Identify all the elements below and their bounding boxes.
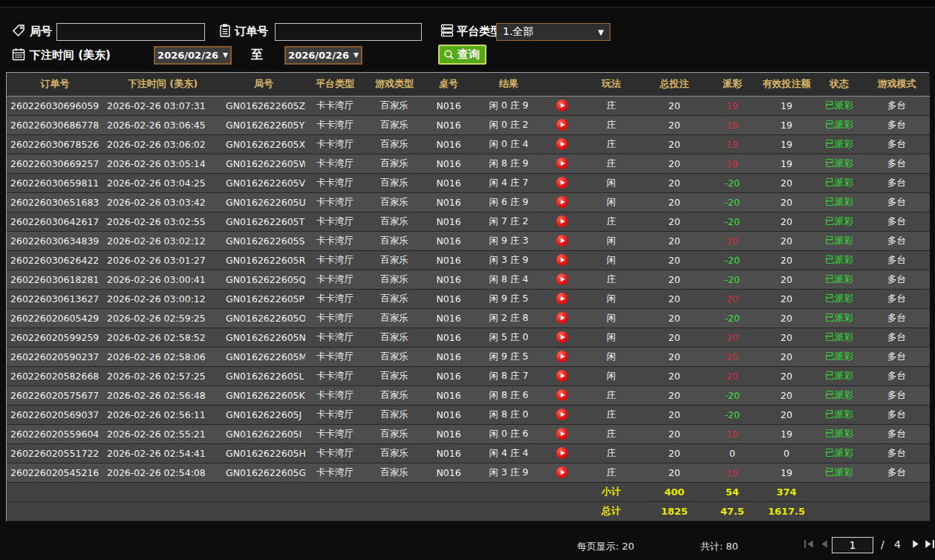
date-to-picker[interactable]: 2026/02/26 ▼ <box>284 46 362 65</box>
cell-status: 已派彩 <box>815 385 864 405</box>
bet-records-table: 订单号下注时间 (美东)局号平台类型游戏类型桌号结果玩法总投注派彩有效投注额状态… <box>6 72 929 521</box>
cell-valid: 20 <box>758 250 815 270</box>
cell-result: 闲 0 庄 4 <box>473 134 544 154</box>
cell-game: GN0162622605W <box>222 154 305 173</box>
cell-payout: -20 <box>706 270 758 289</box>
play-video-icon[interactable] <box>556 254 568 266</box>
cell-time: 2026-02-26 03:02:12 <box>103 231 222 250</box>
cell-play_type: 闲 <box>580 328 642 347</box>
column-header-2: 局号 <box>222 73 305 96</box>
cell-order: 260226020605429 <box>7 308 103 328</box>
cell-platform: 卡卡湾厅 <box>305 212 365 231</box>
cell-valid: 20 <box>758 192 815 212</box>
platform-type-select[interactable]: 1.全部 ▼ <box>496 23 610 41</box>
cell-game_type: 百家乐 <box>365 173 424 192</box>
play-video-icon[interactable] <box>556 157 568 169</box>
cell-play <box>544 134 580 154</box>
cell-status: 已派彩 <box>815 366 864 385</box>
cell-game: GN0162622605Q <box>222 270 305 289</box>
cell-valid: 20 <box>758 347 815 366</box>
cell-table_no: N016 <box>424 96 473 115</box>
play-video-icon[interactable] <box>556 408 568 420</box>
cell-play <box>544 154 580 173</box>
page-number-input[interactable]: 1 <box>832 537 873 553</box>
cell-time: 2026-02-26 03:01:27 <box>103 250 222 270</box>
next-page-icon[interactable] <box>910 538 922 550</box>
cell-mode: 多台 <box>864 463 930 482</box>
cell-payout: -20 <box>706 212 758 231</box>
play-video-icon[interactable] <box>556 428 568 440</box>
grand-total-row-payout: 47.5 <box>706 501 758 521</box>
play-video-icon[interactable] <box>556 119 568 131</box>
cell-valid: 20 <box>758 308 815 328</box>
cell-play <box>544 289 580 308</box>
play-video-icon[interactable] <box>556 100 568 111</box>
play-video-icon[interactable] <box>556 293 568 305</box>
chevron-down-icon: ▼ <box>354 52 359 59</box>
cell-total_bet: 20 <box>642 424 706 443</box>
table-row: 2602260306598112026-02-26 03:04:25GN0162… <box>7 173 930 192</box>
cell-play <box>544 328 580 347</box>
search-icon <box>443 49 455 61</box>
cell-game_type: 百家乐 <box>365 270 424 289</box>
cell-result: 闲 2 庄 8 <box>473 308 544 328</box>
cell-time: 2026-02-26 03:03:42 <box>103 192 222 212</box>
play-video-icon[interactable] <box>556 235 568 247</box>
cell-mode: 多台 <box>864 347 930 366</box>
play-video-icon[interactable] <box>556 331 568 343</box>
cell-platform: 卡卡湾厅 <box>305 134 365 154</box>
cell-empty <box>7 482 103 501</box>
play-video-icon[interactable] <box>556 351 568 362</box>
play-video-icon[interactable] <box>556 466 568 478</box>
cell-game_type: 百家乐 <box>365 250 424 270</box>
table-header-row: 订单号下注时间 (美东)局号平台类型游戏类型桌号结果玩法总投注派彩有效投注额状态… <box>7 73 930 96</box>
date-to-value: 2026/02/26 <box>288 50 349 61</box>
cell-time: 2026-02-26 03:06:45 <box>103 115 222 134</box>
last-page-icon[interactable] <box>924 538 935 550</box>
game-no-input[interactable] <box>56 23 205 41</box>
play-video-icon[interactable] <box>556 215 568 227</box>
platform-type-label: 平台类型 <box>457 25 501 39</box>
cell-game_type: 百家乐 <box>365 192 424 212</box>
cell-total_bet: 20 <box>642 115 706 134</box>
cell-play_type: 庄 <box>580 154 642 173</box>
cell-play <box>544 347 580 366</box>
play-video-icon[interactable] <box>556 177 568 189</box>
cell-total_bet: 20 <box>642 192 706 212</box>
cell-empty <box>544 501 580 521</box>
column-header-0: 订单号 <box>7 73 103 96</box>
cell-play_type: 闲 <box>580 231 642 250</box>
chevron-down-icon: ▼ <box>598 28 604 36</box>
cell-status: 已派彩 <box>815 270 864 289</box>
cell-game: GN0162622605K <box>222 385 305 405</box>
prev-page-icon[interactable] <box>818 538 830 550</box>
cell-payout: 20 <box>706 289 758 308</box>
order-no-input[interactable] <box>275 23 422 41</box>
cell-play_type: 庄 <box>580 96 642 115</box>
play-video-icon[interactable] <box>556 196 568 208</box>
first-page-icon[interactable] <box>804 538 815 550</box>
column-header-10: 派彩 <box>706 73 758 96</box>
cell-order: 260226030686778 <box>7 115 103 134</box>
cell-order: 260226030696059 <box>7 96 103 115</box>
play-video-icon[interactable] <box>556 312 568 324</box>
cell-empty <box>365 501 424 521</box>
cell-total_bet: 20 <box>642 154 706 173</box>
table-row: 2602260205452162026-02-26 02:54:08GN0162… <box>7 463 930 482</box>
cell-empty <box>222 501 305 521</box>
play-video-icon[interactable] <box>556 370 568 382</box>
cell-empty <box>473 501 544 521</box>
play-video-icon[interactable] <box>556 138 568 150</box>
cell-total_bet: 20 <box>642 443 706 463</box>
total-count-label: 共计: 80 <box>700 540 738 553</box>
query-button[interactable]: 查询 <box>438 45 486 65</box>
cell-valid: 19 <box>758 115 815 134</box>
play-video-icon[interactable] <box>556 447 568 459</box>
cell-result: 闲 7 庄 2 <box>473 212 544 231</box>
play-video-icon[interactable] <box>556 273 568 285</box>
table-body: 2602260306960592026-02-26 03:07:31GN0162… <box>7 96 930 521</box>
cell-table_no: N016 <box>424 270 473 289</box>
play-video-icon[interactable] <box>556 389 568 401</box>
table-row: 2602260306960592026-02-26 03:07:31GN0162… <box>7 96 930 115</box>
date-from-picker[interactable]: 2026/02/26 ▼ <box>154 46 232 65</box>
